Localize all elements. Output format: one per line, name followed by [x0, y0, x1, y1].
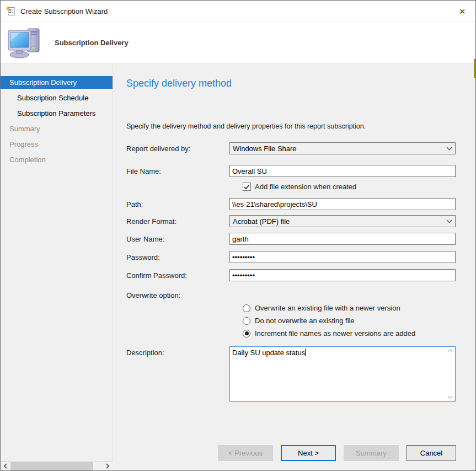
sidebar-item-subscription-parameters[interactable]: Subscription Parameters — [1, 107, 113, 120]
scrollbar-thumb[interactable] — [10, 462, 93, 470]
render-format-value: Acrobat (PDF) file — [233, 217, 443, 226]
radio-do-not-overwrite[interactable] — [243, 317, 250, 325]
wizard-body: Subscription Delivery Subscription Sched… — [1, 65, 475, 470]
password-input[interactable] — [229, 251, 456, 263]
description-text: Daily SU update status — [232, 349, 305, 357]
confirm-password-label: Confirm Password: — [126, 269, 229, 280]
page-title: Specify delivery method — [126, 78, 456, 89]
cancel-button[interactable]: Cancel — [407, 445, 456, 461]
scroll-right-icon[interactable] — [103, 462, 112, 471]
user-name-label: User Name: — [126, 233, 229, 243]
description-label: Description: — [126, 346, 229, 357]
wizard-icon — [6, 6, 16, 16]
sidebar-item-subscription-schedule[interactable]: Subscription Schedule — [1, 92, 113, 104]
add-extension-label: Add file extension when created — [255, 183, 356, 191]
scroll-up-icon[interactable] — [447, 349, 453, 352]
wizard-nav-sidebar: Subscription Delivery Subscription Sched… — [1, 65, 113, 470]
password-label: Password: — [126, 251, 229, 261]
close-button[interactable]: × — [454, 3, 470, 19]
report-delivered-by-value: Windows File Share — [233, 144, 443, 153]
chevron-down-icon — [443, 220, 455, 223]
user-name-input[interactable] — [229, 233, 456, 245]
radio-increment-file-names[interactable] — [243, 330, 250, 338]
radio-overwrite-newer-version[interactable] — [243, 304, 250, 312]
text-caret — [305, 349, 306, 356]
window-edge-accent — [474, 59, 475, 78]
sidebar-item-progress[interactable]: Progress — [1, 138, 113, 151]
wizard-header: Subscription Delivery — [1, 22, 475, 64]
checkmark-icon — [244, 184, 250, 190]
previous-button[interactable]: < Previous — [218, 445, 273, 461]
render-format-select[interactable]: Acrobat (PDF) file — [229, 215, 456, 227]
delivery-form: Report delivered by: Windows File Share … — [126, 142, 456, 402]
scroll-down-icon[interactable] — [447, 395, 453, 399]
sidebar-item-completion[interactable]: Completion — [1, 153, 113, 166]
overwrite-option-label: Overwrite option: — [126, 291, 456, 299]
radio-overwrite-newer-version-label: Overwrite an existing file with a newer … — [255, 304, 400, 312]
sidebar-item-subscription-delivery[interactable]: Subscription Delivery — [1, 76, 113, 89]
radio-increment-file-names-label: Increment file names as newer versions a… — [255, 329, 415, 338]
window-title: Create Subscription Wizard — [20, 7, 108, 15]
description-scrollbar[interactable] — [446, 347, 454, 400]
radio-do-not-overwrite-label: Do not overwrite an existing file — [255, 317, 355, 325]
create-subscription-wizard-window: Create Subscription Wizard × Subscrip — [0, 0, 476, 471]
scroll-left-icon[interactable] — [1, 462, 10, 471]
sidebar-horizontal-scrollbar[interactable] — [1, 461, 113, 470]
wizard-page-content: Specify delivery method Specify the deli… — [113, 65, 476, 470]
confirm-password-input[interactable] — [229, 269, 456, 281]
next-button[interactable]: Next > — [281, 445, 336, 461]
description-textarea[interactable]: Daily SU update status — [229, 346, 456, 402]
path-input[interactable] — [229, 198, 456, 210]
summary-button[interactable]: Summary — [344, 445, 399, 461]
report-delivered-by-label: Report delivered by: — [126, 142, 229, 153]
page-description: Specify the delivery method and delivery… — [126, 122, 456, 130]
sidebar-item-summary[interactable]: Summary — [1, 122, 113, 135]
wizard-button-bar: < Previous Next > Summary Cancel — [113, 435, 475, 470]
add-extension-checkbox[interactable] — [243, 183, 251, 191]
path-label: Path: — [126, 198, 229, 208]
report-delivered-by-select[interactable]: Windows File Share — [229, 142, 456, 154]
render-format-label: Render Format: — [126, 215, 229, 226]
title-bar: Create Subscription Wizard × — [1, 1, 475, 22]
file-name-input[interactable] — [229, 165, 456, 177]
header-title: Subscription Delivery — [55, 39, 129, 47]
file-name-label: File Name: — [126, 165, 229, 175]
chevron-down-icon — [443, 147, 455, 151]
computer-icon — [7, 27, 42, 59]
